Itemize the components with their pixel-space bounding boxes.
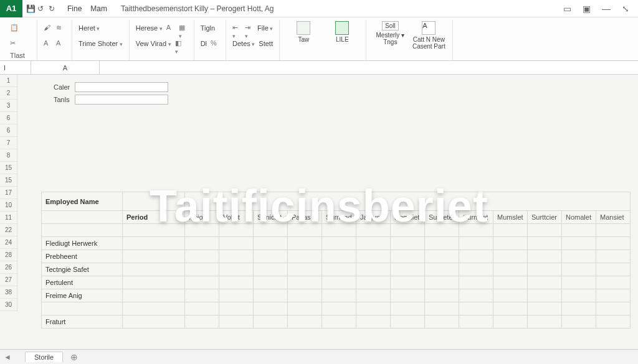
clear-icon[interactable]: ≋: [56, 24, 65, 32]
dl-label[interactable]: Dl: [201, 40, 207, 47]
stett-label[interactable]: Stett: [259, 40, 273, 47]
find-icon: A: [422, 21, 436, 35]
row-header[interactable]: 38: [0, 286, 17, 299]
table-row: [42, 302, 631, 315]
row-name-cell[interactable]: Tectngie Safet: [42, 263, 123, 276]
column-header[interactable]: Surttcier: [528, 211, 562, 224]
column-header[interactable]: Nomalet: [562, 211, 596, 224]
row-name-cell[interactable]: [42, 302, 123, 315]
indent-left-icon[interactable]: ⇤: [232, 24, 241, 32]
redo-icon[interactable]: ↻: [49, 4, 57, 13]
column-header[interactable]: Mansiet: [596, 211, 631, 224]
column-header[interactable]: Payas: [288, 211, 322, 224]
sheet-tab-storile[interactable]: Storile: [25, 352, 63, 362]
cut-icon[interactable]: ✂: [10, 39, 19, 48]
row-header[interactable]: 15: [0, 162, 17, 174]
ribbon-options-icon[interactable]: ▭: [563, 4, 571, 14]
menu-main[interactable]: Mam: [90, 4, 107, 13]
row-header[interactable]: 15: [0, 174, 17, 187]
font-icon[interactable]: A: [56, 39, 65, 48]
detes-dropdown[interactable]: Detes: [232, 40, 255, 47]
column-header[interactable]: Jalguss: [356, 211, 391, 224]
row-headers: 1236678151517101122242826273830: [0, 75, 17, 311]
row-name-cell[interactable]: Fraturt: [42, 315, 123, 329]
column-a-header[interactable]: A: [31, 61, 100, 74]
row-header[interactable]: 24: [0, 236, 17, 249]
filter-caler-input[interactable]: [75, 82, 168, 92]
restore-icon[interactable]: ⤡: [622, 4, 629, 14]
row-header[interactable]: 7: [0, 137, 17, 149]
row-header[interactable]: 27: [0, 274, 17, 286]
font-style-dropdown[interactable]: Trime Shoter: [79, 40, 123, 47]
help-icon[interactable]: ▣: [583, 4, 591, 14]
taw-icon: [297, 21, 310, 35]
name-box[interactable]: I: [0, 61, 31, 74]
row-name-cell[interactable]: Pertulent: [42, 276, 123, 289]
file-dropdown[interactable]: File: [257, 24, 273, 32]
sort-icon: Soll: [382, 21, 399, 30]
menu-bar: Fine Mam: [61, 4, 107, 13]
title-bar: A1 💾 ↺ ↻ Fine Mam Taitthedbesemenstort K…: [0, 0, 638, 17]
align-name-dropdown[interactable]: Herese: [136, 24, 163, 32]
table-row: Flediugt Herwerk: [42, 237, 631, 250]
fill-color-icon[interactable]: ◧: [175, 39, 184, 48]
column-header[interactable]: Surnciet: [459, 211, 493, 224]
filter-caler-label: Caler: [54, 83, 75, 91]
column-header[interactable]: Surnetef: [425, 211, 459, 224]
indent-right-icon[interactable]: ⇥: [245, 24, 254, 32]
row-name-cell[interactable]: Flediugt Herwerk: [42, 237, 123, 250]
filter-tanls-input[interactable]: [75, 95, 168, 105]
tab-scroll-left-icon[interactable]: ◄: [4, 353, 11, 362]
header-period[interactable]: Period: [123, 211, 185, 224]
brush-icon[interactable]: A: [44, 39, 52, 48]
column-header[interactable]: Mumslet: [493, 211, 528, 224]
data-table: Employed Name PeriodNojotVollotSunicietP…: [41, 192, 631, 329]
taw-button[interactable]: Taw: [286, 21, 321, 43]
row-header[interactable]: 11: [0, 212, 17, 224]
row-header[interactable]: 28: [0, 249, 17, 261]
format-painter-icon[interactable]: 🖌: [44, 24, 52, 32]
view-dropdown[interactable]: Vew Virad: [136, 40, 171, 47]
column-header[interactable]: Nomciet: [391, 211, 425, 224]
row-header[interactable]: 22: [0, 224, 17, 236]
ribbon-group-file: ⇤ ⇥ File Detes Stett: [226, 20, 280, 60]
window-controls: ▭ ▣ — ⤡: [563, 4, 638, 14]
app-logo: A1: [0, 0, 22, 17]
ribbon-group-font: Heret Trime Shoter: [72, 20, 130, 60]
font-name-dropdown[interactable]: Heret: [79, 24, 100, 32]
border-icon[interactable]: ▦: [179, 24, 188, 32]
lile-button[interactable]: LILE: [325, 21, 359, 43]
number-label: Tigln: [201, 24, 215, 32]
sheet-canvas[interactable]: Caler Tanls Employed Name PeriodNojotVol…: [17, 75, 638, 349]
row-header[interactable]: 26: [0, 261, 17, 274]
menu-file[interactable]: Fine: [67, 4, 82, 13]
paste-icon[interactable]: 📋: [10, 24, 19, 32]
document-title: Taitthedbesemenstort Killy – Perogert Ho…: [107, 4, 274, 13]
minimize-icon[interactable]: —: [602, 4, 611, 14]
sheet-tab-bar: ◄ Storile ⊕: [0, 349, 638, 364]
row-header[interactable]: 1: [0, 75, 17, 87]
row-name-cell[interactable]: Freime Anig: [42, 289, 123, 302]
row-header[interactable]: 30: [0, 299, 17, 311]
row-header[interactable]: 6: [0, 124, 17, 137]
column-header[interactable]: Nojot: [185, 211, 219, 224]
column-header[interactable]: Vollot: [219, 211, 254, 224]
column-header[interactable]: Surneed: [322, 211, 356, 224]
row-header[interactable]: 6: [0, 112, 17, 124]
new-casent-button[interactable]: A Catt N NewCasent Part: [411, 21, 446, 50]
row-name-cell[interactable]: Prebheent: [42, 250, 123, 263]
column-header[interactable]: Suniciet: [254, 211, 288, 224]
header-employed-name[interactable]: Employed Name: [42, 192, 123, 211]
undo-icon[interactable]: ↺: [37, 4, 46, 13]
mesterly-button[interactable]: Soll Mesterly ▾Tngs: [373, 21, 407, 45]
row-header[interactable]: 2: [0, 87, 17, 100]
save-icon[interactable]: 💾: [26, 4, 35, 13]
row-header[interactable]: 8: [0, 149, 17, 162]
font-size-down-icon[interactable]: A: [166, 24, 175, 32]
table-row: Prebheent: [42, 250, 631, 263]
add-sheet-button[interactable]: ⊕: [67, 352, 82, 362]
row-header[interactable]: 10: [0, 199, 17, 212]
row-header[interactable]: 3: [0, 100, 17, 112]
percent-icon[interactable]: %: [211, 39, 219, 48]
row-header[interactable]: 17: [0, 187, 17, 199]
